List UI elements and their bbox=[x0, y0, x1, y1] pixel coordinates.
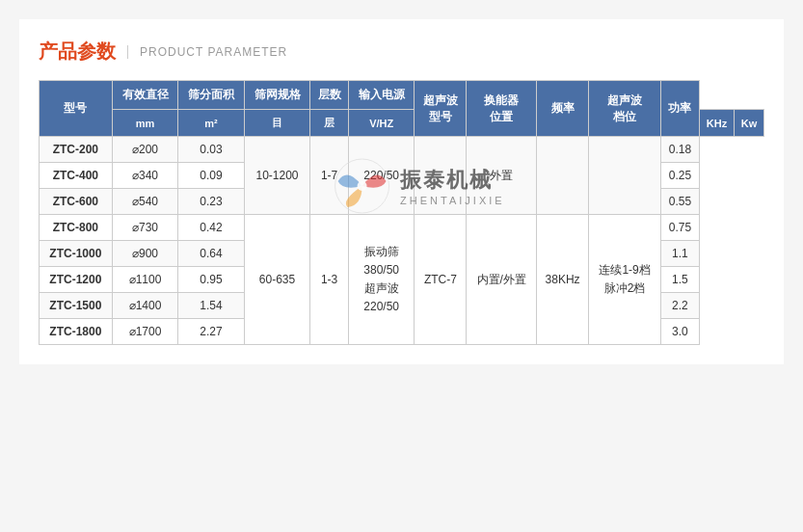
title-cn: 产品参数 bbox=[39, 39, 116, 65]
col-subheader-m2: m² bbox=[178, 110, 245, 137]
header-row-1: 型号 有效直径 筛分面积 筛网规格 层数 输入电源 超声波型号 换能器位置 频率… bbox=[40, 81, 764, 110]
cell-diameter: ⌀1700 bbox=[112, 319, 178, 345]
col-subheader-layer-unit: 层 bbox=[310, 110, 349, 137]
table-row: ZTC-200⌀2000.0310-12001-7220/50外置0.18 bbox=[40, 137, 764, 163]
cell-model: ZTC-400 bbox=[40, 163, 113, 189]
cell-area: 0.95 bbox=[178, 267, 245, 293]
cell-area: 0.03 bbox=[178, 137, 245, 163]
col-header-ultrasonic-model: 超声波型号 bbox=[415, 81, 467, 137]
cell-model: ZTC-1800 bbox=[40, 319, 113, 345]
cell-area: 0.42 bbox=[178, 215, 245, 241]
col-header-area: 筛分面积 bbox=[178, 81, 245, 110]
col-subheader-kw: Kw bbox=[735, 110, 764, 137]
col-header-power-input: 输入电源 bbox=[348, 81, 415, 110]
cell-transducer-group1: 外置 bbox=[467, 137, 537, 215]
cell-model: ZTC-200 bbox=[40, 137, 113, 163]
cell-model: ZTC-800 bbox=[40, 215, 113, 241]
cell-diameter: ⌀900 bbox=[112, 241, 178, 267]
cell-ultrasonic-model-group1 bbox=[415, 137, 467, 215]
col-header-model: 型号 bbox=[40, 81, 113, 137]
cell-area: 1.54 bbox=[178, 293, 245, 319]
cell-area: 0.09 bbox=[178, 163, 245, 189]
cell-power: 1.1 bbox=[661, 241, 700, 267]
cell-diameter: ⌀1400 bbox=[112, 293, 178, 319]
col-header-level: 超声波档位 bbox=[589, 81, 661, 137]
col-header-layers: 层数 bbox=[310, 81, 349, 110]
cell-model: ZTC-600 bbox=[40, 189, 113, 215]
cell-ultrasonic-model-group2: ZTC-7 bbox=[415, 215, 467, 345]
cell-layers-group2: 1-3 bbox=[310, 215, 349, 345]
param-table: 型号 有效直径 筛分面积 筛网规格 层数 输入电源 超声波型号 换能器位置 频率… bbox=[39, 80, 764, 345]
cell-diameter: ⌀200 bbox=[112, 137, 178, 163]
cell-diameter: ⌀540 bbox=[112, 189, 178, 215]
cell-power-input-group1: 220/50 bbox=[348, 137, 415, 215]
cell-diameter: ⌀340 bbox=[112, 163, 178, 189]
cell-area: 0.23 bbox=[178, 189, 245, 215]
col-header-transducer: 换能器位置 bbox=[467, 81, 537, 137]
col-header-frequency: 频率 bbox=[537, 81, 589, 137]
cell-diameter: ⌀730 bbox=[112, 215, 178, 241]
cell-mesh-group1: 10-1200 bbox=[244, 137, 310, 215]
cell-power-input-group2: 振动筛 380/50 超声波 220/50 bbox=[348, 215, 415, 345]
col-subheader-mesh-unit: 目 bbox=[244, 110, 310, 137]
table-wrapper: 振泰机械 ZHENTAIJIXIE 型号 有效直径 筛分面积 筛网规格 层数 输… bbox=[39, 80, 764, 345]
cell-model: ZTC-1500 bbox=[40, 293, 113, 319]
section-title: 产品参数 PRODUCT PARAMETER bbox=[39, 39, 764, 65]
cell-power: 3.0 bbox=[661, 319, 700, 345]
cell-power: 0.25 bbox=[661, 163, 700, 189]
col-header-power: 功率 bbox=[661, 81, 700, 137]
page-container: 产品参数 PRODUCT PARAMETER 振泰机械 ZHENTAIJIXIE bbox=[19, 19, 784, 364]
col-subheader-vhz: V/HZ bbox=[348, 110, 415, 137]
cell-transducer-group2: 内置/外置 bbox=[467, 215, 537, 345]
cell-model: ZTC-1000 bbox=[40, 241, 113, 267]
table-row: ZTC-800⌀7300.4260-6351-3振动筛 380/50 超声波 2… bbox=[40, 215, 764, 241]
cell-area: 2.27 bbox=[178, 319, 245, 345]
col-subheader-mm: mm bbox=[112, 110, 178, 137]
table-body: ZTC-200⌀2000.0310-12001-7220/50外置0.18ZTC… bbox=[40, 137, 764, 345]
cell-power: 0.55 bbox=[661, 189, 700, 215]
cell-frequency-group1 bbox=[537, 137, 589, 215]
title-en: PRODUCT PARAMETER bbox=[127, 45, 287, 59]
col-subheader-khz: KHz bbox=[699, 110, 735, 137]
cell-model: ZTC-1200 bbox=[40, 267, 113, 293]
col-header-diameter: 有效直径 bbox=[112, 81, 178, 110]
cell-area: 0.64 bbox=[178, 241, 245, 267]
cell-frequency-group2: 38KHz bbox=[537, 215, 589, 345]
cell-power: 1.5 bbox=[661, 267, 700, 293]
cell-mesh-group2: 60-635 bbox=[244, 215, 310, 345]
cell-power: 0.75 bbox=[661, 215, 700, 241]
col-header-mesh: 筛网规格 bbox=[244, 81, 310, 110]
cell-level-group2: 连续1-9档 脉冲2档 bbox=[589, 215, 661, 345]
cell-level-group1 bbox=[589, 137, 661, 215]
cell-diameter: ⌀1100 bbox=[112, 267, 178, 293]
cell-layers-group1: 1-7 bbox=[310, 137, 349, 215]
cell-power: 2.2 bbox=[661, 293, 700, 319]
cell-power: 0.18 bbox=[661, 137, 700, 163]
